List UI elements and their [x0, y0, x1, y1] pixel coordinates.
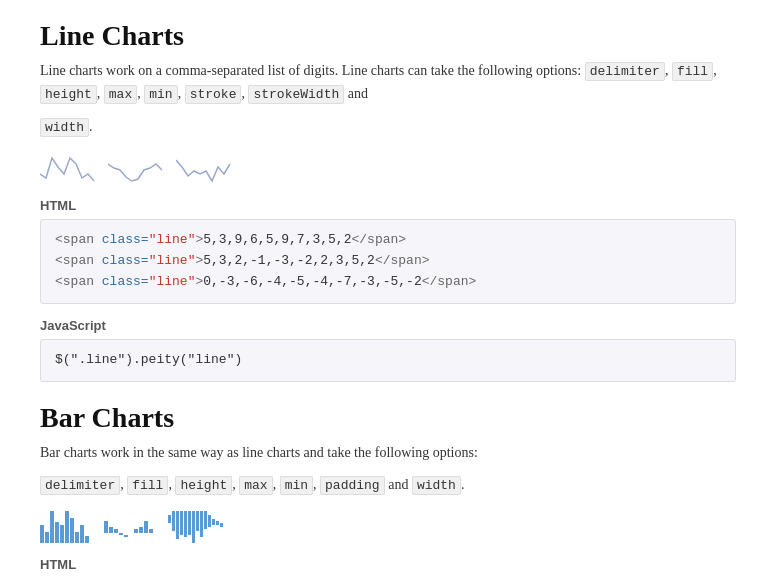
svg-rect-27 [200, 511, 203, 537]
svg-rect-11 [109, 527, 113, 533]
svg-rect-22 [180, 511, 183, 535]
svg-rect-16 [139, 527, 143, 533]
bar-option-delimiter: delimiter [40, 476, 120, 495]
bar-charts-preview [40, 507, 736, 543]
bar-charts-options: delimiter, fill, height, max, min, paddi… [40, 474, 736, 497]
svg-rect-14 [124, 535, 128, 537]
line-js-code: $(".line").peity("line") [40, 339, 736, 382]
bar-option-min: min [280, 476, 313, 495]
bar-charts-section: Bar Charts Bar charts work in the same w… [40, 402, 736, 577]
svg-rect-2 [50, 511, 54, 543]
line-js-label: JavaScript [40, 318, 736, 333]
svg-rect-32 [220, 523, 223, 527]
bar-option-width: width [412, 476, 461, 495]
bar-chart-3 [168, 511, 228, 543]
svg-rect-26 [196, 511, 199, 531]
line-chart-1 [40, 154, 100, 184]
svg-rect-31 [216, 521, 219, 525]
svg-rect-1 [45, 532, 49, 543]
svg-rect-24 [188, 511, 191, 535]
svg-rect-29 [208, 515, 211, 527]
line-code-row-3: <span class="line">0,-3,-6,-4,-5,-4,-7,-… [55, 272, 721, 293]
line-charts-section: Line Charts Line charts work on a comma-… [40, 20, 736, 382]
svg-rect-0 [40, 525, 44, 543]
svg-rect-9 [85, 536, 89, 543]
bar-option-height: height [175, 476, 232, 495]
svg-rect-8 [80, 525, 84, 543]
option-fill: fill [672, 62, 713, 81]
svg-rect-15 [134, 529, 138, 533]
bar-chart-1 [40, 511, 96, 543]
svg-rect-18 [149, 529, 153, 533]
option-delimiter: delimiter [585, 62, 665, 81]
line-charts-description: Line charts work on a comma-separated li… [40, 60, 736, 106]
svg-rect-7 [75, 532, 79, 543]
bar-charts-title: Bar Charts [40, 402, 736, 434]
svg-rect-19 [168, 515, 171, 523]
option-height: height [40, 85, 97, 104]
bar-chart-2 [104, 511, 160, 543]
bar-option-max: max [239, 476, 272, 495]
option-strokewidth: strokeWidth [248, 85, 344, 104]
svg-rect-3 [55, 522, 59, 543]
option-width: width [40, 118, 89, 137]
svg-rect-12 [114, 529, 118, 533]
option-stroke: stroke [185, 85, 242, 104]
svg-rect-4 [60, 525, 64, 543]
svg-rect-28 [204, 511, 207, 529]
svg-rect-23 [184, 511, 187, 537]
line-charts-preview [40, 148, 736, 184]
option-max: max [104, 85, 137, 104]
line-html-code: <span class="line">5,3,9,6,5,9,7,3,5,2</… [40, 219, 736, 303]
line-chart-3 [176, 154, 236, 184]
svg-rect-6 [70, 518, 74, 543]
line-html-label: HTML [40, 198, 736, 213]
svg-rect-20 [172, 511, 175, 531]
option-min: min [144, 85, 177, 104]
svg-rect-17 [144, 521, 148, 533]
svg-rect-10 [104, 521, 108, 533]
bar-charts-description: Bar charts work in the same way as line … [40, 442, 736, 464]
line-chart-2 [108, 154, 168, 184]
svg-rect-5 [65, 511, 69, 543]
line-code-row-1: <span class="line">5,3,9,6,5,9,7,3,5,2</… [55, 230, 721, 251]
bar-html-label: HTML [40, 557, 736, 572]
bar-option-padding: padding [320, 476, 385, 495]
svg-rect-13 [119, 533, 123, 535]
line-charts-title: Line Charts [40, 20, 736, 52]
svg-rect-21 [176, 511, 179, 539]
bar-option-fill: fill [127, 476, 168, 495]
line-charts-width-line: width. [40, 116, 736, 139]
line-code-row-2: <span class="line">5,3,2,-1,-3,-2,2,3,5,… [55, 251, 721, 272]
svg-rect-25 [192, 511, 195, 543]
svg-rect-30 [212, 519, 215, 525]
